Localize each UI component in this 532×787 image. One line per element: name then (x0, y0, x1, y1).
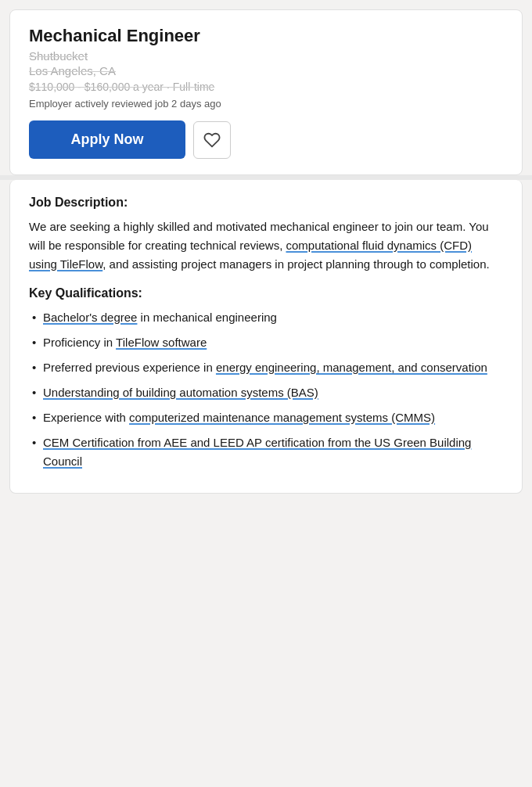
job-location: Los Angeles, CA (29, 64, 503, 77)
company-name: Shutbucket (29, 49, 503, 63)
job-description-card: Job Description: We are seeking a highly… (9, 180, 523, 494)
list-item: Understanding of building automation sys… (29, 383, 503, 402)
list-item: CEM Certification from AEE and LEED AP c… (29, 433, 503, 471)
job-header-card: Mechanical Engineer Shutbucket Los Angel… (9, 9, 523, 175)
list-item: Preferred previous experience in energy … (29, 358, 503, 377)
qual-energy: energy engineering, management, and cons… (216, 361, 487, 374)
qual-bas: Understanding of building automation sys… (43, 386, 318, 399)
list-item: Experience with computerized maintenance… (29, 408, 503, 427)
qualifications-title: Key Qualifications: (29, 286, 503, 300)
heart-icon (203, 131, 221, 149)
action-row: Apply Now (29, 120, 503, 159)
description-title: Job Description: (29, 196, 503, 210)
list-item: Proficiency in TileFlow software (29, 333, 503, 352)
apply-now-button[interactable]: Apply Now (29, 120, 185, 159)
qual-cmms: computerized maintenance management syst… (129, 411, 435, 424)
employer-status: Employer actively reviewed job 2 days ag… (29, 98, 503, 110)
save-job-button[interactable] (193, 121, 231, 159)
qual-cem: CEM Certification from AEE and LEED AP c… (43, 436, 471, 468)
job-title: Mechanical Engineer (29, 26, 503, 46)
list-item: Bachelor's degree in mechanical engineer… (29, 308, 503, 327)
qual-degree: Bachelor's degree (43, 311, 137, 324)
qual-tileflow: TileFlow software (116, 336, 207, 349)
qualifications-list: Bachelor's degree in mechanical engineer… (29, 308, 503, 471)
cfd-text: computational fluid dynamics (CFD) using… (29, 239, 472, 271)
job-salary: $110,000 - $160,000 a year · Full-time (29, 81, 503, 93)
description-body: We are seeking a highly skilled and moti… (29, 217, 503, 274)
